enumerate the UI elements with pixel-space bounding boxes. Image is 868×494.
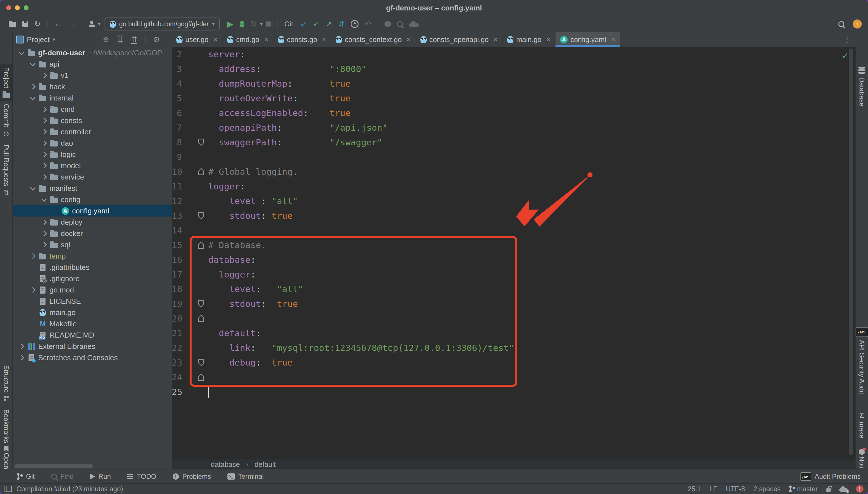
code-line-8[interactable]: 8 swaggerPath: "/swagger" <box>172 135 855 150</box>
tool-window-run[interactable]: Run <box>90 473 111 480</box>
find-in-files-icon[interactable] <box>397 21 403 27</box>
file-encoding[interactable]: UTF-8 <box>726 485 745 493</box>
cloud-settings-icon[interactable] <box>839 488 848 492</box>
fold-marker-icon[interactable] <box>198 374 204 381</box>
code-line-10[interactable]: 10# Global logging. <box>172 164 855 179</box>
sidebar-item-bookmarks[interactable]: Bookmarks <box>0 409 13 452</box>
tree-item-.gitattributes[interactable]: .gitattributes <box>13 262 172 273</box>
tree-item-go.mod[interactable]: go.mod <box>13 284 172 296</box>
code-line-7[interactable]: 7 openapiPath: "/api.json" <box>172 120 855 135</box>
tree-item-service[interactable]: service <box>13 171 172 183</box>
run-configuration-select[interactable]: go build github.com/gogf/gf-demo-user/v2… <box>105 18 220 31</box>
git-merge-icon[interactable]: ⇵ <box>338 20 345 28</box>
tab-main.go[interactable]: main.go✕ <box>503 32 556 47</box>
close-icon[interactable]: ✕ <box>322 36 327 43</box>
code-line-11[interactable]: 11logger: <box>172 179 855 194</box>
sidebar-item-database[interactable]: Database <box>855 66 868 107</box>
tab-consts_context.go[interactable]: consts_context.go✕ <box>331 32 416 47</box>
tree-chevron[interactable] <box>28 187 38 190</box>
status-message[interactable]: Compilation failed (23 minutes ago) <box>16 485 123 493</box>
code-line-18[interactable]: 18 level: "all" <box>172 282 855 297</box>
locate-file-icon[interactable]: ⊕ <box>103 36 109 43</box>
tree-chevron[interactable] <box>17 344 26 348</box>
tab-consts_openapi.go[interactable]: consts_openapi.go✕ <box>416 32 503 47</box>
close-icon[interactable]: ✕ <box>406 36 411 43</box>
tool-window-audit-problems[interactable]: Audit Problems <box>800 472 861 481</box>
layout-icon[interactable] <box>4 486 12 492</box>
tab-cmd.go[interactable]: cmd.go✕ <box>223 32 273 47</box>
tree-chevron[interactable] <box>39 141 49 145</box>
tree-item-config.yaml[interactable]: config.yaml <box>13 205 172 216</box>
open-icon[interactable] <box>9 22 16 27</box>
tree-item-model[interactable]: model <box>13 160 172 171</box>
sidebar-item-openapi[interactable]: OpenAPI <box>0 453 13 469</box>
fold-marker-icon[interactable] <box>198 168 204 175</box>
back-icon[interactable]: ← <box>54 20 61 28</box>
chevron-down-icon[interactable]: ▾ <box>53 36 55 43</box>
git-branch-widget[interactable]: master <box>789 485 818 493</box>
horizontal-scrollbar[interactable] <box>14 464 93 468</box>
code-line-25[interactable]: 25 <box>172 384 855 399</box>
tab-options-icon[interactable]: ⋮ <box>843 32 855 47</box>
code-line-5[interactable]: 5 routeOverWrite: true <box>172 91 855 106</box>
tree-chevron[interactable] <box>39 164 49 168</box>
tree-item-config[interactable]: config <box>13 194 172 205</box>
tree-chevron[interactable] <box>39 231 49 235</box>
tree-item-temp[interactable]: temp <box>13 250 172 262</box>
user-profile-icon[interactable] <box>89 21 95 27</box>
code-line-4[interactable]: 4 dumpRouterMap: true <box>172 76 855 91</box>
tree-chevron[interactable] <box>28 288 38 292</box>
tree-item-hack[interactable]: hack <box>13 81 172 92</box>
sidebar-item-notifications[interactable]: Notifications <box>855 449 868 469</box>
git-history-icon[interactable] <box>351 20 359 28</box>
tree-chevron[interactable] <box>28 97 38 99</box>
tool-window-terminal[interactable]: Terminal <box>228 473 264 480</box>
tree-item-consts[interactable]: consts <box>13 115 172 126</box>
fold-marker-icon[interactable] <box>198 315 204 322</box>
git-update-icon[interactable]: ↙ <box>300 20 307 28</box>
close-icon[interactable]: ✕ <box>493 36 498 43</box>
code-line-14[interactable]: 14 <box>172 223 855 238</box>
code-line-21[interactable]: 21 default: <box>172 326 855 340</box>
indent-setting[interactable]: 2 spaces <box>754 485 781 493</box>
tree-item-External Libraries[interactable]: External Libraries <box>13 341 172 352</box>
fold-marker-icon[interactable] <box>198 212 204 219</box>
tree-chevron[interactable] <box>39 220 49 224</box>
code-line-17[interactable]: 17 logger: <box>172 267 855 282</box>
code-line-12[interactable]: 12 level : "all" <box>172 194 855 208</box>
expand-all-icon[interactable]: ⇊ <box>117 36 123 44</box>
tree-item-Makefile[interactable]: MMakefile <box>13 318 172 329</box>
code-line-6[interactable]: 6 accessLogEnabled: true <box>172 106 855 120</box>
code-line-15[interactable]: 15# Database. <box>172 238 855 252</box>
tree-item-README.MD[interactable]: README.MD <box>13 329 172 341</box>
tree-chevron[interactable] <box>39 130 49 134</box>
tree-item-Scratches and Consoles[interactable]: Scratches and Consoles <box>13 352 172 363</box>
tree-item-sql[interactable]: sql <box>13 239 172 250</box>
run-with-coverage-icon[interactable]: ↻ <box>251 20 257 28</box>
close-icon[interactable]: ✕ <box>611 36 615 43</box>
tree-item-manifest[interactable]: manifest <box>13 183 172 194</box>
tree-chevron[interactable] <box>28 63 38 65</box>
tab-consts.go[interactable]: consts.go✕ <box>273 32 331 47</box>
inspections-ok-icon[interactable]: ✓ <box>842 51 849 61</box>
tree-item-LICENSE[interactable]: LICENSE <box>13 296 172 307</box>
debug-button[interactable] <box>240 21 245 27</box>
tree-item-gf-demo-user[interactable]: gf-demo-user~/Workspace/Go/GOP <box>13 47 172 58</box>
code-line-16[interactable]: 16database: <box>172 252 855 267</box>
fold-marker-icon[interactable] <box>198 359 204 366</box>
close-icon[interactable]: ✕ <box>546 36 551 43</box>
code-line-23[interactable]: 23 debug: true <box>172 355 855 370</box>
fold-marker-icon[interactable] <box>198 139 204 146</box>
tree-chevron[interactable] <box>39 107 49 111</box>
sync-icon[interactable]: ↻ <box>34 20 41 28</box>
search-everywhere-icon[interactable] <box>838 21 844 27</box>
tool-window-problems[interactable]: Problems <box>173 473 211 480</box>
code-line-19[interactable]: 19 stdout: true <box>172 297 855 311</box>
tree-chevron[interactable] <box>39 118 49 122</box>
tree-chevron[interactable] <box>39 175 49 179</box>
code-line-13[interactable]: 13 stdout: true <box>172 208 855 223</box>
code-line-9[interactable]: 9 <box>172 150 855 164</box>
tab-config.yaml[interactable]: config.yaml✕ <box>556 32 620 47</box>
git-commit-icon[interactable]: ✓ <box>313 20 319 28</box>
tree-chevron[interactable] <box>17 51 26 54</box>
